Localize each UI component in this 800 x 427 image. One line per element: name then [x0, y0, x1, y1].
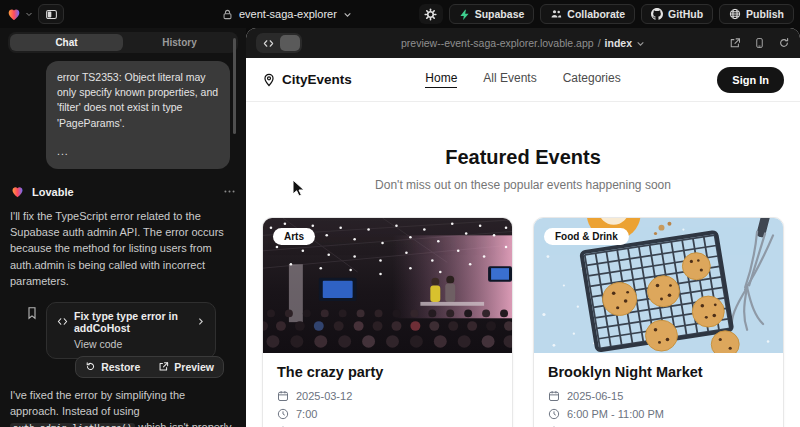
- github-label: GitHub: [668, 8, 703, 20]
- event-image-cookies: Food & Drink: [534, 218, 783, 353]
- mobile-view-icon[interactable]: [754, 37, 765, 49]
- restore-button[interactable]: Restore: [76, 357, 149, 377]
- section-title: Featured Events: [246, 146, 800, 169]
- preview-url-separator: /: [598, 37, 601, 49]
- chat-history-tabs: Chat History: [8, 32, 238, 53]
- restore-icon: [85, 361, 96, 372]
- sidebar-scrollbar[interactable]: [233, 38, 236, 134]
- sign-in-button[interactable]: Sign In: [717, 67, 784, 93]
- event-date: 2025-06-15: [548, 390, 769, 402]
- preview-url-page: index: [605, 37, 632, 49]
- assistant-body: I've fixed the error by simplifying the …: [10, 387, 236, 427]
- app-topbar: event-saga-explorer Supabase: [0, 0, 800, 28]
- event-title: The crazy party: [277, 364, 498, 380]
- user-message-text: error TS2353: Object literal may only sp…: [57, 70, 219, 131]
- gear-icon: [424, 8, 437, 21]
- github-button[interactable]: GitHub: [641, 4, 713, 24]
- lovable-logo-menu[interactable]: [6, 6, 33, 22]
- code-mode-button[interactable]: [258, 35, 278, 51]
- nav-categories[interactable]: Categories: [563, 71, 621, 88]
- preview-topbar: preview--event-saga-explorer.lovable.app…: [246, 28, 800, 58]
- view-code-link[interactable]: View code: [74, 338, 205, 350]
- tab-chat[interactable]: Chat: [10, 34, 123, 51]
- user-message-ellipsis: ...: [57, 144, 219, 159]
- chevron-right-icon: [196, 317, 205, 326]
- event-date: 2025-03-12: [277, 390, 498, 402]
- code-change-card[interactable]: Fix type type error in addCoHost View co…: [46, 302, 216, 359]
- supabase-button[interactable]: Supabase: [449, 4, 535, 24]
- event-cards: Arts The crazy party 2025-03-12: [246, 217, 800, 427]
- category-badge: Food & Drink: [544, 228, 629, 245]
- nav-home[interactable]: Home: [425, 71, 457, 88]
- open-in-new-tab-icon[interactable]: [729, 37, 741, 49]
- event-time: 6:00 PM - 11:00 PM: [548, 408, 769, 420]
- message-menu-button[interactable]: [223, 185, 236, 198]
- chevron-down-icon: [343, 10, 352, 19]
- panel-icon: [45, 8, 58, 21]
- supabase-bolt-icon: [459, 9, 470, 20]
- chevron-down-icon: [25, 10, 33, 18]
- project-name-dropdown[interactable]: event-saga-explorer: [222, 0, 352, 28]
- collaborate-button[interactable]: Collaborate: [540, 4, 635, 24]
- assistant-name: Lovable: [32, 186, 74, 198]
- preview-panel: preview--event-saga-explorer.lovable.app…: [246, 28, 800, 427]
- clock-icon: [548, 408, 560, 420]
- event-card-night-market[interactable]: Food & Drink Brooklyn Night Market 2025-…: [533, 217, 784, 427]
- toggle-sidebar-button[interactable]: [38, 4, 64, 24]
- tab-history[interactable]: History: [123, 34, 236, 51]
- github-icon: [651, 8, 663, 20]
- event-title: Brooklyn Night Market: [548, 364, 769, 380]
- users-icon: [550, 8, 562, 20]
- site-header: CityEvents Home All Events Categories Si…: [246, 58, 800, 102]
- chevron-down-icon: [636, 39, 645, 48]
- event-image-conference: Arts: [263, 218, 512, 353]
- calendar-icon: [548, 390, 560, 402]
- section-subtitle: Don't miss out on these popular events h…: [246, 178, 800, 192]
- category-badge: Arts: [273, 228, 315, 245]
- preview-url-bar[interactable]: preview--event-saga-explorer.lovable.app…: [246, 37, 800, 49]
- site-brand-name: CityEvents: [282, 72, 352, 87]
- lock-icon: [222, 9, 233, 20]
- featured-section-heading: Featured Events Don't miss out on these …: [246, 102, 800, 192]
- collaborate-label: Collaborate: [567, 8, 625, 20]
- chat-messages: error TS2353: Object literal may only sp…: [0, 53, 246, 427]
- bookmark-icon[interactable]: [26, 302, 38, 323]
- event-time: 7:00: [277, 408, 498, 420]
- lovable-heart-icon: [10, 184, 25, 199]
- fix-card-title: Fix type type error in addCoHost: [74, 310, 190, 334]
- code-icon: [263, 38, 274, 49]
- project-name: event-saga-explorer: [239, 8, 337, 20]
- code-view-toggle: [256, 33, 302, 53]
- map-pin-icon: [262, 73, 276, 87]
- refresh-icon[interactable]: [778, 37, 790, 49]
- lovable-app: event-saga-explorer Supabase: [0, 0, 800, 427]
- globe-icon: [729, 8, 741, 20]
- publish-button[interactable]: Publish: [719, 4, 794, 24]
- event-card-crazy-party[interactable]: Arts The crazy party 2025-03-12: [262, 217, 513, 427]
- chat-sidebar: Chat History error TS2353: Object litera…: [0, 28, 246, 427]
- calendar-icon: [277, 390, 289, 402]
- preview-url-host: preview--event-saga-explorer.lovable.app: [401, 37, 594, 49]
- assistant-header: Lovable: [10, 184, 236, 199]
- settings-button[interactable]: [419, 4, 443, 24]
- preview-site: CityEvents Home All Events Categories Si…: [246, 58, 800, 427]
- site-brand[interactable]: CityEvents: [262, 72, 352, 87]
- nav-all-events[interactable]: All Events: [483, 71, 536, 88]
- user-message-bubble: error TS2353: Object literal may only sp…: [46, 61, 230, 169]
- preview-button[interactable]: Preview: [149, 357, 223, 377]
- ellipsis-icon: [223, 185, 236, 198]
- assistant-intro: I'll fix the TypeScript error related to…: [10, 208, 236, 289]
- restore-label: Restore: [101, 361, 140, 373]
- publish-label: Publish: [746, 8, 784, 20]
- supabase-label: Supabase: [475, 8, 525, 20]
- code-icon: [57, 316, 68, 327]
- preview-mode-button[interactable]: [280, 35, 300, 51]
- lovable-heart-icon: [6, 6, 22, 22]
- open-preview-icon: [158, 361, 169, 372]
- clock-icon: [277, 408, 289, 420]
- inline-code: auth.admin.listUsers(): [10, 423, 135, 427]
- restore-preview-group: Restore Preview: [75, 356, 224, 378]
- preview-label: Preview: [174, 361, 214, 373]
